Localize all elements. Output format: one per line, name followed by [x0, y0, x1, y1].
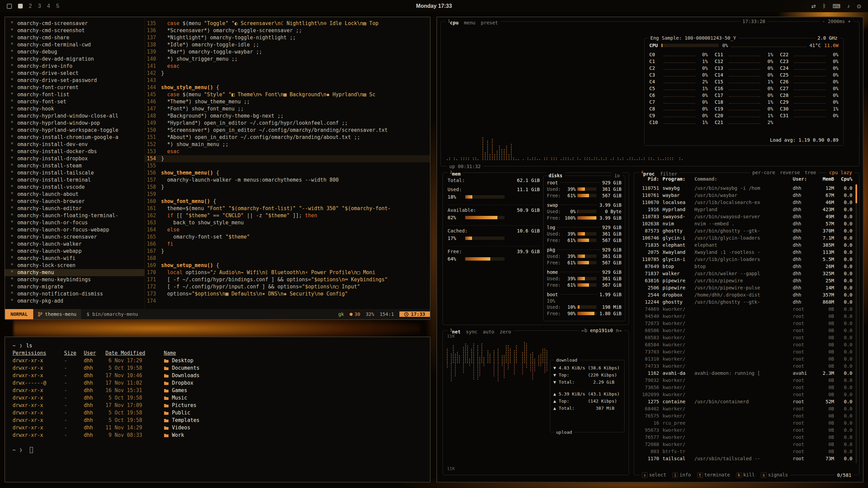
file-item[interactable]: *omarchy-launch-walker: [11, 241, 144, 248]
process-row[interactable]: 71835 elephant elephant dhh 385M 0.0: [638, 241, 852, 248]
net-option[interactable]: sync: [466, 328, 477, 335]
code-line[interactable]: 166 fi: [145, 241, 430, 248]
file-item[interactable]: *omarchy-pkg-add: [11, 298, 144, 305]
process-row[interactable]: 73703 kworker/ root 0B 0.0: [638, 348, 852, 355]
code-line[interactable]: 135 case $(menu "Toggle" "◐ Screensaver\…: [145, 20, 430, 27]
file-item[interactable]: *omarchy-install-steam: [11, 162, 144, 169]
process-row[interactable]: 74733 kworker/ root 0B 0.0: [638, 362, 852, 369]
workspace-1-active-icon[interactable]: [18, 4, 23, 8]
file-item[interactable]: *omarchy-cmd-share: [11, 34, 144, 41]
workspace-number[interactable]: 4: [47, 3, 50, 9]
file-item[interactable]: *omarchy-launch-floating-terminal-: [11, 212, 144, 219]
code-line[interactable]: 142}: [145, 70, 430, 77]
file-item[interactable]: *omarchy-migrate: [11, 283, 144, 290]
launcher-icon[interactable]: [7, 4, 12, 9]
code-line[interactable]: 174: [145, 298, 430, 305]
process-row[interactable]: 106746 glycin-i /usr/lib/glycin-loaders …: [638, 234, 852, 241]
code-line[interactable]: 149 *Hyprland*) open_in_editor ~/.config…: [145, 120, 430, 127]
process-row[interactable]: 68583 kworker/ root 0B 0.0: [638, 334, 852, 341]
code-line[interactable]: 154}: [145, 155, 430, 162]
file-item[interactable]: *omarchy-menu-keybindings: [11, 276, 144, 283]
code-line[interactable]: 152 *) show_main_menu ;;: [145, 141, 430, 148]
net-option[interactable]: auto: [483, 328, 494, 335]
file-item[interactable]: *omarchy-launch-or-focus: [11, 219, 144, 226]
process-row[interactable]: 68584 kworker/ root 0B 0.0: [638, 341, 852, 348]
code-line[interactable]: 151 *About*) open_in_editor ~/.config/om…: [145, 134, 430, 141]
file-item[interactable]: *omarchy-install-dropbox: [11, 155, 144, 162]
file-item[interactable]: *omarchy-hyprland-window-pop: [11, 120, 144, 127]
file-item[interactable]: *omarchy-menu: [5, 269, 144, 276]
code-line[interactable]: 156show_theme_menu() {: [145, 169, 430, 177]
code-line[interactable]: 167}: [145, 248, 430, 255]
file-item[interactable]: *omarchy-launch-webapp: [11, 248, 144, 255]
process-row[interactable]: 73656 kworker/ root 0B 0.0: [638, 384, 852, 391]
file-item[interactable]: *omarchy-hook: [11, 105, 144, 113]
network-arrows-icon[interactable]: ⇄: [811, 3, 815, 9]
process-row[interactable]: 2075 Xwayland Xwayland :1 -rootless - dh…: [638, 248, 852, 256]
code-line[interactable]: 164 else: [145, 226, 430, 233]
file-item[interactable]: *omarchy-drive-set-password: [11, 77, 144, 84]
process-row[interactable]: 81310 kworker/ root 0B 0.0: [638, 355, 852, 362]
code-line[interactable]: 136 *Screensaver*) omarchy-toggle-screen…: [145, 27, 430, 34]
process-row[interactable]: 110761 waybar /usr/bin/waybar dhh 67M 0.…: [638, 191, 852, 199]
volume-icon[interactable]: ♪: [847, 3, 850, 9]
process-row[interactable]: 79032 kworker/ root 0B 0.0: [638, 377, 852, 384]
code-line[interactable]: 147 *Font*) show_font_menu ;;: [145, 105, 430, 113]
code-line[interactable]: 159: [145, 191, 430, 198]
process-row[interactable]: 74869 kworker/ root 0B 0.0: [638, 305, 852, 312]
file-item[interactable]: *omarchy-install-chromium-google-a: [11, 134, 144, 141]
file-item[interactable]: *omarchy-font-list: [11, 91, 144, 98]
iface-prev[interactable]: ←b: [581, 328, 587, 333]
code-line[interactable]: 138 *Idle*) omarchy-toggle-idle ;;: [145, 41, 430, 48]
workspace-number[interactable]: 5: [56, 3, 59, 9]
code-line[interactable]: 137 *Nightlight*) omarchy-toggle-nightli…: [145, 34, 430, 41]
process-row[interactable]: 1916 Hyprland Hyprland dhh 423M 0.0: [638, 206, 852, 213]
workspace-number[interactable]: 3: [38, 3, 41, 9]
file-item[interactable]: *omarchy-hyprland-window-close-all: [11, 113, 144, 120]
file-item[interactable]: *omarchy-cmd-screenshot: [11, 27, 144, 34]
keyboard-icon[interactable]: ⌨: [833, 3, 841, 9]
code-line[interactable]: 141 esac: [145, 63, 430, 70]
file-item[interactable]: *omarchy-install-dev-env: [11, 141, 144, 148]
code-line[interactable]: 160show_font_menu() {: [145, 198, 430, 205]
proc-action[interactable]: kkill: [736, 471, 755, 479]
file-item[interactable]: *omarchy-dev-add-migration: [11, 56, 144, 63]
file-item[interactable]: *omarchy-hyprland-workspace-toggle: [11, 127, 144, 134]
proc-action[interactable]: tterminate: [697, 471, 730, 479]
process-row[interactable]: 102638 nvim nvim --embed . dhh 57M 0.0: [638, 220, 852, 227]
proc-sort[interactable]: cpu lazy: [827, 169, 854, 176]
power-icon[interactable]: ⊙: [857, 3, 861, 9]
process-row[interactable]: 1170 tailscal /usr/sbin/tailscaled -- ro…: [638, 455, 852, 462]
proc-scrollbar[interactable]: [855, 184, 857, 463]
workspace-number[interactable]: 2: [29, 3, 32, 9]
process-row[interactable]: 12244 ghostty /usr/bin/ghostty --gtk- dh…: [638, 298, 852, 305]
code-line[interactable]: 153 esac: [145, 148, 430, 155]
process-row[interactable]: 803 btrfs-tr root 0B 0.0: [638, 448, 852, 455]
file-item[interactable]: *omarchy-launch-browser: [11, 198, 144, 205]
file-item[interactable]: *omarchy-cmd-terminal-cwd: [11, 41, 144, 48]
process-row[interactable]: 71837 walker /usr/bin/walker --gappl dhh…: [638, 270, 852, 277]
process-row[interactable]: 102099 kworker/ root 0B 0.0: [638, 391, 852, 398]
code-line[interactable]: 157 omarchy-launch-walker -m menus:omarc…: [145, 177, 430, 184]
process-row[interactable]: 76575 kworker/ root 0B 0.0: [638, 412, 852, 419]
file-item[interactable]: *omarchy-launch-or-focus-webapp: [11, 226, 144, 233]
proc-action[interactable]: ssignals: [761, 471, 788, 479]
code-line[interactable]: 162 if [[ "$theme" == "CNCLD" || -z "$th…: [145, 212, 430, 219]
code-line[interactable]: 139 *Bar*) omarchy-toggle-waybar ;;: [145, 48, 430, 56]
process-row[interactable]: 2506 pipewire /usr/bin/pipewire-pulse dh…: [638, 284, 852, 291]
bluetooth-icon[interactable]: ᛒ: [823, 3, 826, 9]
proc-option[interactable]: per-core: [752, 169, 775, 176]
file-item[interactable]: *omarchy-install-terminal: [11, 177, 144, 184]
code-line[interactable]: 158}: [145, 184, 430, 191]
process-row[interactable]: 87649 btop btop dhh 26M 0.0: [638, 263, 852, 270]
file-item[interactable]: *omarchy-lock-screen: [11, 262, 144, 269]
code-line[interactable]: 143: [145, 77, 430, 84]
proc-option[interactable]: tree: [805, 169, 816, 176]
process-row[interactable]: 68586 kworker/ root 0B 0.0: [638, 327, 852, 334]
process-row[interactable]: 87573 ghostty /usr/bin/ghostty --gtk- dh…: [638, 227, 852, 234]
refresh-interval[interactable]: - 2000ms +: [820, 18, 853, 25]
file-item[interactable]: *omarchy-font-current: [11, 84, 144, 91]
proc-action[interactable]: iinfo: [672, 471, 691, 479]
code-line[interactable]: 171 [ -f ~/.config/hypr/bindings.conf ] …: [145, 276, 430, 283]
proc-option[interactable]: reverse: [780, 169, 800, 176]
